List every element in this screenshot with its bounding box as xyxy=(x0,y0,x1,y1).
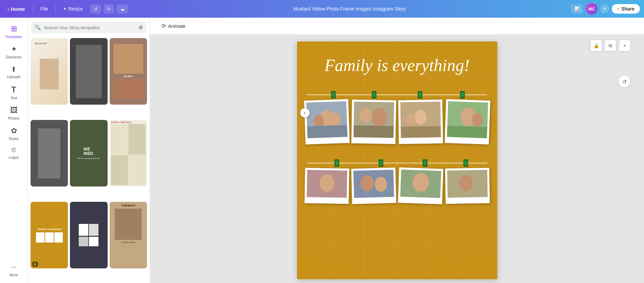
file-label: File xyxy=(40,6,48,12)
expand-button[interactable]: + xyxy=(619,40,630,51)
topbar-right: 📊 MC + ↑ Share xyxy=(571,3,640,15)
svg-rect-19 xyxy=(353,125,394,138)
resize-icon: ✦ xyxy=(63,6,67,11)
template-thumb[interactable] xyxy=(70,202,107,268)
thumb-preview: My journal xyxy=(31,38,68,105)
photo-card[interactable] xyxy=(351,100,396,144)
divider2 xyxy=(55,5,56,13)
family-photo-3 xyxy=(400,102,441,138)
sidebar-item-text[interactable]: T Text xyxy=(0,82,27,103)
sidebar-text-label: Text xyxy=(10,96,17,100)
share-label: Share xyxy=(621,6,634,12)
copy-button[interactable]: ⧉ xyxy=(605,40,616,51)
sidebar-item-templates[interactable]: ⊞ Templates xyxy=(0,21,27,41)
sidebar-item-styles[interactable]: ✿ Styles xyxy=(0,123,27,143)
canvas-text-section: Family is everything! xyxy=(297,41,497,86)
filter-icon[interactable]: ⚙ xyxy=(139,24,143,31)
sidebar-templates-label: Templates xyxy=(5,35,22,39)
photo-card[interactable] xyxy=(398,100,443,144)
file-button[interactable]: File xyxy=(37,4,52,14)
chevron-left-icon: ‹ xyxy=(304,110,306,115)
family-photo-2 xyxy=(353,102,394,138)
canvas-float-toolbar: 🔒 ⧉ + xyxy=(590,40,630,51)
family-photo-6 xyxy=(353,170,394,198)
document-title: Mustard Yellow Photo Frame Images Instag… xyxy=(131,6,568,12)
svg-rect-27 xyxy=(447,126,487,138)
divider xyxy=(33,5,33,13)
hide-panel-button[interactable]: ‹ xyxy=(300,108,310,118)
canvas-toolbar: ⟳ Animate xyxy=(150,18,644,35)
svg-rect-23 xyxy=(401,126,441,138)
main-layout: ⊞ Templates ✦ Elements ⬆ Uploads T Text … xyxy=(0,18,644,283)
family-photo-1 xyxy=(306,101,347,138)
search-icon: 🔍 xyxy=(35,24,41,31)
elements-icon: ✦ xyxy=(11,45,17,54)
sidebar-item-logos[interactable]: © Logos xyxy=(0,143,27,162)
template-thumb[interactable]: SCHOOL TIMETABLE xyxy=(110,120,147,187)
photo-card[interactable] xyxy=(445,168,490,204)
sidebar-styles-label: Styles xyxy=(9,137,19,141)
undo-button[interactable]: ↺ xyxy=(90,4,101,14)
sidebar-item-photos[interactable]: 🖼 Photos xyxy=(0,103,27,123)
refresh-button[interactable]: ↺ xyxy=(618,75,630,88)
template-thumb[interactable] xyxy=(70,38,107,105)
thumb-preview xyxy=(31,120,68,187)
add-collaborator-button[interactable]: + xyxy=(600,4,609,13)
sidebar-uploads-label: Uploads xyxy=(7,75,20,79)
family-text[interactable]: Family is everything! xyxy=(325,55,470,75)
avatar[interactable]: MC xyxy=(586,3,597,15)
thumb-preview: WEWED. We are getting married xyxy=(70,120,107,187)
template-thumb[interactable]: Family is everything! ♛ xyxy=(31,202,68,268)
redo-button[interactable]: ↻ xyxy=(104,4,114,14)
photos-row-1 xyxy=(298,89,496,151)
photo-card[interactable] xyxy=(398,167,443,204)
thumb-preview: Family is everything! xyxy=(31,202,68,268)
photo-card[interactable] xyxy=(351,167,396,204)
photos-icon: 🖼 xyxy=(10,106,18,115)
logos-icon: © xyxy=(12,147,16,154)
template-thumb[interactable]: TUESDAY Tuesday vibes xyxy=(110,202,147,268)
resize-button[interactable]: ✦ Resize xyxy=(60,4,86,14)
text-icon: T xyxy=(11,85,16,94)
template-thumb[interactable]: My journal xyxy=(31,38,68,105)
photo-card[interactable] xyxy=(444,99,490,144)
sidebar-item-elements[interactable]: ✦ Elements xyxy=(0,41,27,62)
design-canvas[interactable]: Family is everything! xyxy=(297,41,497,279)
family-photo-7 xyxy=(400,170,441,198)
resize-label: Resize xyxy=(68,6,83,12)
sidebar: ⊞ Templates ✦ Elements ⬆ Uploads T Text … xyxy=(0,18,28,283)
save-cloud-button[interactable]: ☁ xyxy=(117,4,128,14)
template-thumb[interactable]: WEWED. We are getting married xyxy=(70,120,107,187)
search-input[interactable] xyxy=(44,25,136,30)
photo-card[interactable] xyxy=(304,99,349,144)
sidebar-logos-label: Logos xyxy=(9,155,19,159)
family-photo-4 xyxy=(447,101,488,138)
photo-card[interactable] xyxy=(305,168,349,204)
photos-row-2 xyxy=(298,157,496,207)
topbar: ‹ Home File ✦ Resize ↺ ↻ ☁ Mustard Yello… xyxy=(0,0,644,18)
sidebar-item-uploads[interactable]: ⬆ Uploads xyxy=(0,62,27,82)
home-button[interactable]: ‹ Home xyxy=(4,4,29,14)
chevron-left-icon: ‹ xyxy=(7,6,9,12)
thumb-preview: TUESDAY Tuesday vibes xyxy=(110,202,147,268)
search-bar: 🔍 ⚙ xyxy=(31,22,146,33)
analytics-button[interactable]: 📊 xyxy=(571,4,583,14)
thumb-preview xyxy=(70,38,107,105)
premium-badge: ♛ xyxy=(32,262,38,267)
template-thumb[interactable]: Be Mine xyxy=(110,38,147,105)
home-label: Home xyxy=(11,6,25,12)
sidebar-photos-label: Photos xyxy=(8,116,19,120)
thumb-preview: SCHOOL TIMETABLE xyxy=(110,120,147,187)
styles-icon: ✿ xyxy=(11,126,17,135)
animate-label: Animate xyxy=(168,23,185,29)
animate-button[interactable]: ⟳ Animate xyxy=(157,21,190,31)
share-button[interactable]: ↑ Share xyxy=(612,4,640,14)
lock-button[interactable]: 🔒 xyxy=(590,40,602,51)
sidebar-item-more[interactable]: ··· More xyxy=(0,259,27,280)
share-icon: ↑ xyxy=(617,6,620,12)
template-thumb[interactable] xyxy=(31,120,68,187)
svg-rect-15 xyxy=(307,125,347,138)
sidebar-elements-label: Elements xyxy=(6,55,22,59)
family-photo-5 xyxy=(307,170,347,198)
more-icon: ··· xyxy=(11,263,17,271)
